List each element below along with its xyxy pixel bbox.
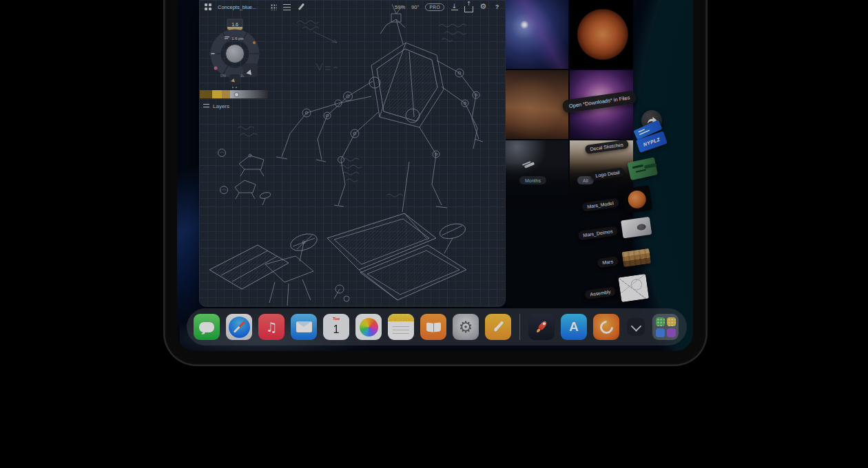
dock-icon-settings[interactable]: ⚙ xyxy=(453,314,479,340)
dock-icon-notes[interactable] xyxy=(388,314,414,340)
dock-chevron-button[interactable] xyxy=(627,318,645,336)
app-library-mini-purple xyxy=(667,328,676,337)
decal-text: NYPLZ xyxy=(642,137,660,147)
assembly-thumbnail xyxy=(619,274,650,302)
dock-icon-books[interactable] xyxy=(420,314,446,340)
dragged-file-item[interactable]: Assembly xyxy=(583,274,649,307)
dock-icon-music[interactable]: ♫ xyxy=(258,314,285,340)
dock-icon-rocket-app[interactable] xyxy=(528,314,555,340)
file-label: Mars_Deimos xyxy=(578,226,618,240)
dragged-file-item[interactable]: Mars_Deimos xyxy=(577,217,652,245)
messages-bubble-icon xyxy=(199,322,214,332)
music-note-icon: ♫ xyxy=(265,321,277,334)
dragged-file-item[interactable]: Mars xyxy=(597,248,651,270)
file-label: Assembly xyxy=(585,286,617,299)
logo-thumbnail xyxy=(628,157,659,180)
pages-pen-icon xyxy=(491,320,505,334)
file-label: Logo Detail xyxy=(590,167,626,180)
settings-gear-icon: ⚙ xyxy=(459,319,473,335)
chevron-down-icon xyxy=(630,321,641,332)
dock-icon-orange-ring-app[interactable] xyxy=(593,314,619,340)
mars-thumbnail xyxy=(621,248,651,267)
safari-compass-icon xyxy=(229,317,250,338)
dock-separator xyxy=(519,314,520,340)
dock-icon-safari[interactable] xyxy=(226,314,252,340)
app-library-mini-blue xyxy=(656,328,665,337)
app-library-grid-icon xyxy=(656,317,676,337)
dock-icon-mail[interactable] xyxy=(291,314,317,340)
scene: Concepts_blue... 59% 90° PRO ↓ ↑ ⚙ ? xyxy=(0,0,868,468)
rocket-icon xyxy=(532,317,551,337)
file-label: Mars_Model xyxy=(582,198,619,211)
dock-icon-messages[interactable] xyxy=(194,314,220,340)
dock-icon-pages[interactable] xyxy=(485,314,511,340)
mars-model-thumbnail xyxy=(621,185,652,213)
orange-ring-icon xyxy=(597,318,616,337)
drag-stack: Open *Downloads* in Files Decal Sketches… xyxy=(177,0,692,351)
books-open-book-icon xyxy=(426,323,441,332)
mail-envelope-icon xyxy=(296,321,312,332)
ipad-device: Concepts_blue... 59% 90° PRO ↓ ↑ ⚙ ? xyxy=(163,0,707,366)
app-library-mini-yellow xyxy=(667,317,676,326)
drop-tooltip: Open *Downloads* in Files xyxy=(562,90,637,114)
file-label: Decal Sketches xyxy=(585,139,629,154)
app-library-mini-green xyxy=(656,317,665,326)
calendar-weekday: Tue xyxy=(323,317,349,321)
dock-icon-calendar[interactable]: Tue 1 xyxy=(323,314,349,340)
photos-flower-icon xyxy=(360,318,378,337)
file-label: Mars xyxy=(597,256,618,268)
mars-deimos-thumbnail xyxy=(621,217,652,239)
dock-icon-app-library[interactable] xyxy=(652,314,679,340)
dock-icon-app-store[interactable]: A xyxy=(561,314,587,340)
calendar-day: 1 xyxy=(333,323,340,336)
dock-icon-photos[interactable] xyxy=(355,314,382,340)
dock: ♫ Tue 1 ⚙ A xyxy=(187,308,687,345)
ipad-screen: Concepts_blue... 59% 90° PRO ↓ ↑ ⚙ ? xyxy=(177,0,693,351)
decal-thumbnail: NYPLZ xyxy=(630,123,668,158)
dragged-file-item[interactable]: Mars_Model xyxy=(581,185,652,219)
app-store-a-icon: A xyxy=(569,319,579,334)
